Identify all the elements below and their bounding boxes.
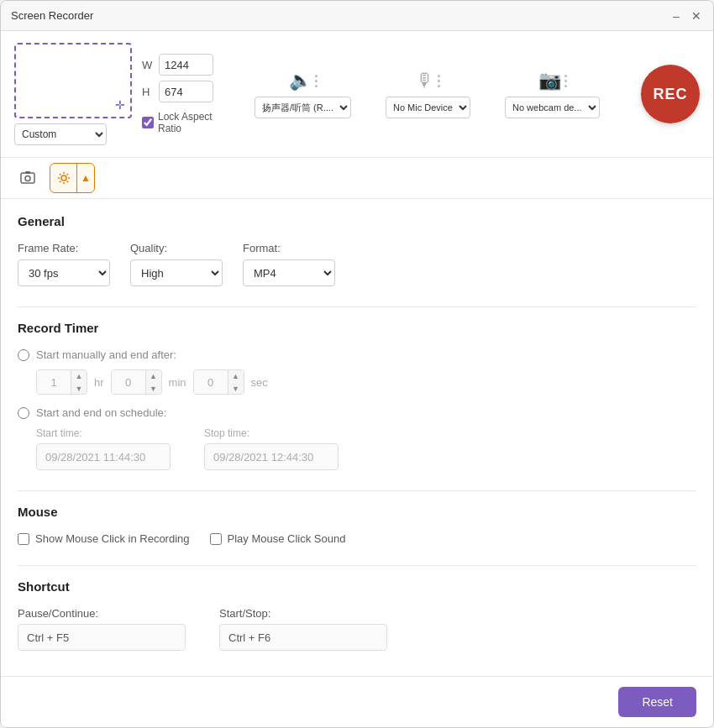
shortcut-section: Shortcut Pause/Continue: Start/Stop: (18, 579, 696, 651)
screenshot-button[interactable] (13, 163, 43, 193)
svg-rect-1 (25, 171, 30, 174)
main-content: General Frame Rate: 15 fps 20 fps 24 fps… (1, 199, 713, 676)
format-group: Format: MP4 MOV AVI FLV (243, 242, 335, 286)
lock-aspect-label: Lock AspectRatio (158, 111, 213, 134)
width-row: W (142, 54, 213, 76)
window-title: Screen Recorder (11, 9, 669, 22)
speaker-icon: 🔈 (289, 70, 312, 92)
start-stop-label: Start/Stop: (219, 607, 387, 620)
settings-icon-part (50, 164, 77, 192)
timer-inputs-row: ▲ ▼ hr ▲ ▼ min ▲ ▼ (36, 369, 696, 395)
time-fields-row: Start time: Stop time: (36, 427, 696, 470)
width-label: W (142, 59, 154, 71)
sec-down-button[interactable]: ▼ (228, 382, 244, 395)
schedule-radio-label: Start and end on schedule: (36, 406, 166, 419)
title-bar: Screen Recorder – ✕ (1, 1, 713, 31)
mouse-checkbox-row: Show Mouse Click in Recording Play Mouse… (18, 532, 696, 545)
pause-label: Pause/Continue: (18, 607, 186, 620)
hr-down-button[interactable]: ▼ (71, 382, 87, 395)
start-time-label: Start time: (36, 427, 171, 439)
dimensions-area: W H Lock AspectRatio (142, 54, 213, 134)
manual-radio-row: Start manually and end after: (18, 348, 696, 361)
settings-chevron-part: ▲ (77, 164, 94, 192)
minimize-button[interactable]: – (669, 9, 683, 23)
height-input[interactable] (159, 81, 213, 102)
mouse-section: Mouse Show Mouse Click in Recording Play… (18, 505, 696, 545)
min-input[interactable] (112, 369, 145, 395)
format-select[interactable]: MP4 MOV AVI FLV (243, 259, 335, 286)
frame-rate-label: Frame Rate: (18, 242, 110, 254)
capture-preview[interactable]: ✛ (14, 43, 132, 118)
quality-select[interactable]: Low Medium High (130, 259, 223, 286)
gear-icon (57, 171, 71, 185)
main-window: Screen Recorder – ✕ ✛ Custom Full Screen… (0, 0, 714, 728)
top-controls: ✛ Custom Full Screen 720p 1080p W H Lock… (1, 31, 713, 158)
preset-select[interactable]: Custom Full Screen 720p 1080p (14, 123, 107, 145)
pause-group: Pause/Continue: (18, 607, 186, 651)
shortcut-title: Shortcut (18, 579, 696, 594)
sec-spin: ▲ ▼ (228, 369, 244, 395)
pause-input[interactable] (18, 624, 186, 651)
lock-aspect-checkbox[interactable] (142, 117, 154, 128)
play-sound-item: Play Mouse Click Sound (210, 532, 346, 545)
sec-unit: sec (251, 376, 268, 389)
mic-device: 🎙 No Mic Device (386, 70, 470, 118)
reset-button[interactable]: Reset (618, 687, 696, 717)
close-button[interactable]: ✕ (690, 9, 703, 23)
av-controls: 🔈 扬声器/听筒 (R.... 🎙 No M (223, 70, 631, 118)
lock-row: Lock AspectRatio (142, 111, 213, 134)
show-click-item: Show Mouse Click in Recording (18, 532, 190, 545)
start-stop-input[interactable] (219, 624, 387, 651)
hr-spin: ▲ ▼ (71, 369, 87, 395)
mouse-title: Mouse (18, 505, 696, 519)
quality-group: Quality: Low Medium High (130, 242, 223, 286)
start-time-input[interactable] (36, 443, 171, 470)
hr-input[interactable] (37, 369, 71, 395)
manual-radio[interactable] (18, 349, 29, 361)
format-label: Format: (243, 242, 335, 254)
frame-rate-group: Frame Rate: 15 fps 20 fps 24 fps 30 fps … (18, 242, 110, 286)
speaker-device: 🔈 扬声器/听筒 (R.... (255, 70, 351, 118)
schedule-radio-row: Start and end on schedule: (18, 406, 696, 419)
toolbar: ▲ (1, 158, 713, 199)
hr-up-button[interactable]: ▲ (71, 369, 87, 382)
stop-time-label: Stop time: (204, 427, 339, 439)
min-up-button[interactable]: ▲ (146, 369, 161, 382)
chevron-up-icon: ▲ (81, 172, 91, 184)
svg-point-3 (61, 175, 66, 181)
webcam-icon-row: 📷 (538, 70, 567, 92)
height-label: H (142, 86, 154, 98)
show-click-checkbox[interactable] (18, 533, 29, 545)
mic-dots (438, 75, 440, 87)
general-section: General Frame Rate: 15 fps 20 fps 24 fps… (18, 214, 696, 286)
min-input-wrap: ▲ ▼ (111, 369, 162, 395)
sec-up-button[interactable]: ▲ (228, 369, 244, 382)
sec-input[interactable] (194, 369, 228, 395)
footer: Reset (1, 676, 713, 727)
webcam-device: 📷 No webcam de... (505, 70, 600, 118)
speaker-select[interactable]: 扬声器/听筒 (R.... (255, 97, 351, 118)
speaker-dots (315, 75, 318, 87)
min-down-button[interactable]: ▼ (146, 382, 161, 395)
manual-radio-label: Start manually and end after: (36, 348, 176, 361)
schedule-radio[interactable] (18, 407, 29, 419)
hr-unit: hr (94, 376, 104, 389)
mic-icon-row: 🎙 (416, 70, 440, 92)
stop-time-group: Stop time: (204, 427, 339, 470)
frame-rate-select[interactable]: 15 fps 20 fps 24 fps 30 fps 60 fps (18, 259, 110, 286)
rec-button[interactable]: REC (641, 65, 700, 123)
shortcut-row: Pause/Continue: Start/Stop: (18, 607, 696, 651)
play-sound-checkbox[interactable] (210, 533, 222, 545)
window-controls: – ✕ (669, 9, 703, 23)
min-unit: min (169, 376, 186, 389)
record-timer-section: Record Timer Start manually and end afte… (18, 321, 696, 470)
min-spin: ▲ ▼ (145, 369, 161, 395)
stop-time-input[interactable] (204, 443, 339, 470)
mic-select[interactable]: No Mic Device (386, 97, 470, 118)
settings-button[interactable]: ▲ (50, 163, 95, 193)
width-input[interactable] (159, 54, 213, 76)
webcam-select[interactable]: No webcam de... (505, 97, 600, 118)
play-sound-label: Play Mouse Click Sound (228, 532, 346, 545)
sec-input-wrap: ▲ ▼ (193, 369, 244, 395)
crosshair-icon: ✛ (115, 98, 125, 112)
